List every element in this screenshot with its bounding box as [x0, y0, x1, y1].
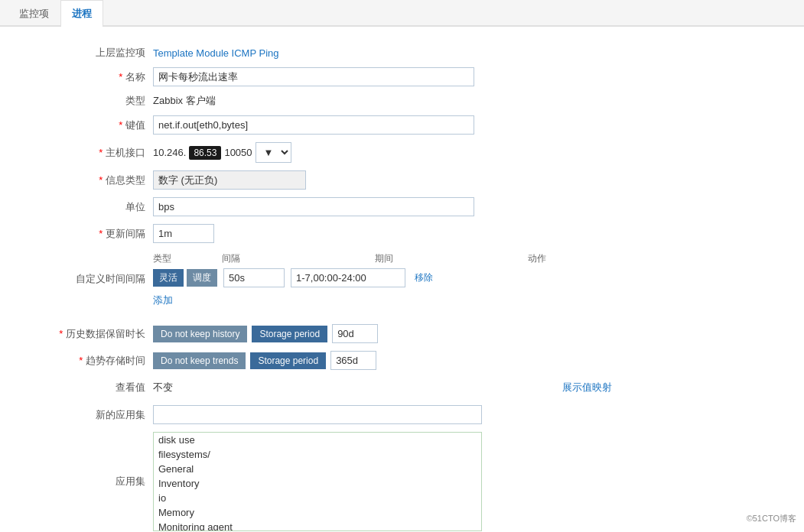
new-app-set-label: 新的应用集 — [31, 401, 153, 428]
host-interface-select[interactable]: ▼ — [256, 142, 291, 163]
top-tabs: 监控项 进程 — [0, 0, 804, 27]
row-host-interface: * 主机接口 10.246. 86.53 10050 ▼ — [31, 138, 773, 167]
name-input[interactable] — [153, 67, 474, 86]
app-list-item-general[interactable]: General — [154, 462, 481, 476]
row-info-type: * 信息类型 — [31, 167, 773, 193]
key-input[interactable] — [153, 115, 474, 135]
host-interface-label: * 主机接口 — [31, 138, 153, 167]
interval-section: 类型 间隔 期间 动作 灵活 调度 移除 添加 — [153, 252, 773, 307]
trends-label: * 趋势存储时间 — [31, 347, 153, 374]
unit-input[interactable] — [153, 197, 474, 216]
update-interval-input[interactable] — [153, 224, 214, 243]
app-set-label: 应用集 — [31, 428, 153, 532]
host-interface-row: 10.246. 86.53 10050 ▼ — [153, 142, 773, 163]
app-list-item-io[interactable]: io — [154, 491, 481, 505]
row-view-value: 查看值 不变 展示值映射 — [31, 374, 773, 401]
app-list-item-monitoring-agent[interactable]: Monitoring agent — [154, 520, 481, 531]
info-type-label: * 信息类型 — [31, 167, 153, 193]
col-header-action: 动作 — [528, 252, 574, 265]
history-label: * 历史数据保留时长 — [31, 320, 153, 347]
btn-storage-period-history[interactable]: Storage period — [252, 326, 327, 342]
row-custom-interval: 自定义时间间隔 类型 间隔 期间 动作 灵活 调度 — [31, 247, 773, 311]
name-label: * 名称 — [31, 63, 153, 90]
app-list-item-filesystems[interactable]: filesystems/ — [154, 447, 481, 462]
history-storage-row: Do not keep history Storage period — [153, 324, 773, 343]
host-ip-prefix: 10.246. — [153, 147, 186, 158]
app-list-item-inventory[interactable]: Inventory — [154, 476, 481, 491]
app-list-container[interactable]: disk use filesystems/ General Inventory … — [153, 432, 482, 531]
watermark: ©51CTO博客 — [747, 513, 796, 524]
app-list-item-memory[interactable]: Memory — [154, 505, 481, 520]
main-content: 上层监控项 Template Module ICMP Ping * 名称 类型 … — [0, 27, 804, 532]
row-unit: 单位 — [31, 193, 773, 220]
btn-do-not-keep-history[interactable]: Do not keep history — [153, 326, 247, 342]
row-history: * 历史数据保留时长 Do not keep history Storage p… — [31, 320, 773, 347]
view-value-text: 不变 — [153, 378, 173, 397]
remove-interval-link[interactable]: 移除 — [415, 271, 433, 284]
btn-do-not-keep-trends[interactable]: Do not keep trends — [153, 352, 246, 369]
form-table: 上层监控项 Template Module ICMP Ping * 名称 类型 … — [31, 42, 773, 532]
row-new-app-set: 新的应用集 — [31, 401, 773, 428]
trends-storage-row: Do not keep trends Storage period — [153, 351, 773, 370]
btn-flexible[interactable]: 灵活 — [153, 269, 184, 287]
col-header-interval: 间隔 — [222, 252, 329, 265]
row-update-interval: * 更新间隔 — [31, 220, 773, 247]
app-list-item-disk-use[interactable]: disk use — [154, 433, 481, 447]
host-ip-masked: 86.53 — [189, 146, 221, 160]
parent-monitoring-label: 上层监控项 — [31, 42, 153, 63]
history-value-input[interactable] — [332, 324, 378, 343]
add-interval-link[interactable]: 添加 — [153, 294, 173, 307]
key-label: * 键值 — [31, 112, 153, 138]
tab-monitor[interactable]: 监控项 — [8, 0, 60, 27]
col-header-type: 类型 — [153, 252, 214, 265]
interval-value-input[interactable] — [223, 268, 285, 287]
custom-interval-label: 自定义时间间隔 — [31, 247, 153, 311]
view-value-label: 查看值 — [31, 374, 153, 401]
row-trends: * 趋势存储时间 Do not keep trends Storage peri… — [31, 347, 773, 374]
tab-process[interactable]: 进程 — [60, 0, 103, 27]
col-header-period: 期间 — [375, 252, 497, 265]
parent-monitoring-link[interactable]: Template Module ICMP Ping — [153, 47, 279, 59]
show-value-mapping-link[interactable]: 展示值映射 — [562, 381, 612, 394]
row-key: * 键值 — [31, 112, 773, 138]
row-name: * 名称 — [31, 63, 773, 90]
btn-schedule[interactable]: 调度 — [187, 269, 217, 287]
row-parent-monitoring: 上层监控项 Template Module ICMP Ping — [31, 42, 773, 63]
info-type-input[interactable] — [153, 170, 306, 190]
period-value-input[interactable] — [291, 268, 405, 287]
host-port: 10050 — [224, 147, 252, 158]
btn-storage-period-trends[interactable]: Storage period — [250, 352, 326, 369]
interval-row-1: 灵活 调度 移除 — [153, 268, 773, 287]
new-app-set-input[interactable] — [153, 405, 482, 424]
trends-value-input[interactable] — [330, 351, 376, 370]
row-type: 类型 Zabbix 客户端 — [31, 90, 773, 112]
type-value: Zabbix 客户端 — [153, 92, 216, 109]
unit-label: 单位 — [31, 193, 153, 220]
type-label: 类型 — [31, 90, 153, 112]
interval-headers: 类型 间隔 期间 动作 — [153, 252, 773, 265]
update-interval-label: * 更新间隔 — [31, 220, 153, 247]
row-app-set: 应用集 disk use filesystems/ General Invent… — [31, 428, 773, 532]
